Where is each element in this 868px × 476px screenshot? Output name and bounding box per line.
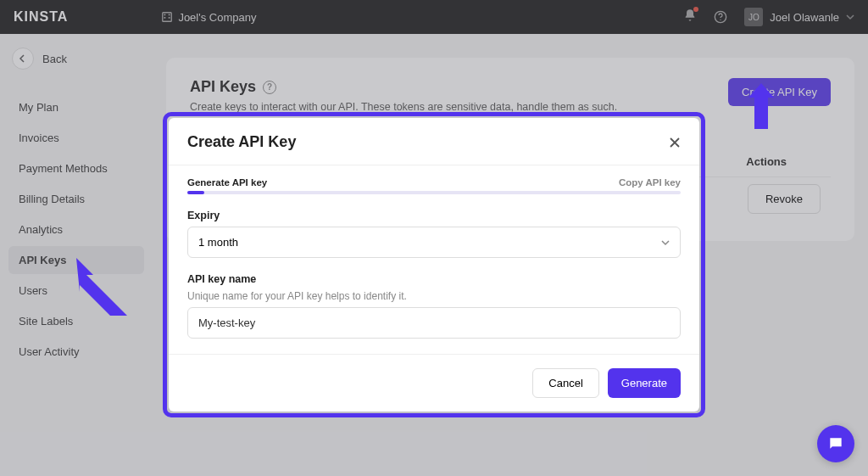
- expiry-label: Expiry: [187, 210, 681, 221]
- api-key-name-label: API key name: [187, 273, 681, 285]
- step-generate: Generate API key: [187, 177, 267, 188]
- close-icon[interactable]: [669, 137, 681, 148]
- step-labels: Generate API key Copy API key: [187, 177, 681, 188]
- progress-fill: [187, 191, 204, 194]
- chevron-down-icon: [661, 238, 670, 247]
- expiry-select[interactable]: 1 month: [187, 227, 681, 258]
- modal-title: Create API Key: [187, 133, 296, 151]
- modal-header: Create API Key: [169, 118, 699, 165]
- create-api-key-modal: Create API Key Generate API key Copy API…: [169, 118, 699, 412]
- modal-body: Generate API key Copy API key Expiry 1 m…: [169, 165, 699, 354]
- modal-footer: Cancel Generate: [169, 354, 699, 412]
- modal-highlight-border: Create API Key Generate API key Copy API…: [163, 112, 705, 417]
- chat-widget[interactable]: [817, 425, 854, 462]
- api-key-name-input[interactable]: [187, 307, 681, 339]
- modal-overlay[interactable]: Create API Key Generate API key Copy API…: [0, 0, 868, 476]
- api-key-name-help: Unique name for your API key helps to id…: [187, 290, 681, 302]
- chat-icon: [827, 435, 844, 452]
- generate-button[interactable]: Generate: [608, 368, 681, 398]
- step-copy: Copy API key: [619, 177, 681, 188]
- step-progress: [187, 191, 681, 194]
- cancel-button[interactable]: Cancel: [532, 368, 598, 398]
- expiry-value: 1 month: [198, 236, 238, 249]
